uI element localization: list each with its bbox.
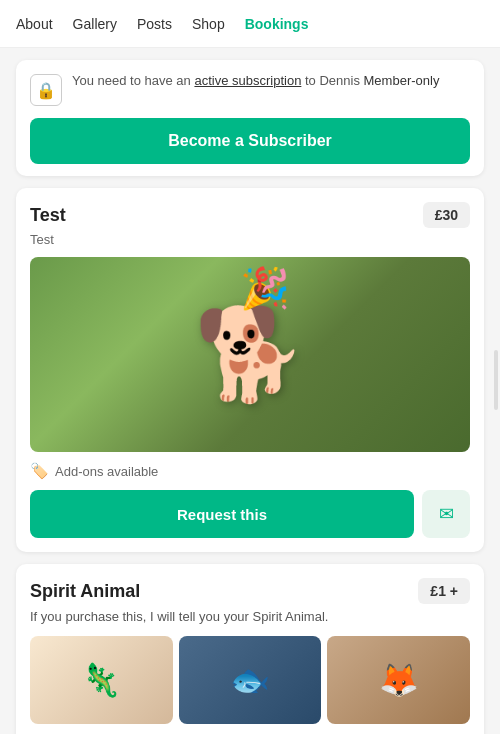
subscription-text: You need to have an active subscription … bbox=[72, 72, 439, 90]
test-card-header: Test £30 bbox=[30, 202, 470, 228]
page-content: 🔒 You need to have an active subscriptio… bbox=[0, 48, 500, 734]
gallery-image-1: 🦎 bbox=[30, 636, 173, 724]
test-card-actions: Request this ✉ bbox=[30, 490, 470, 538]
scrollbar[interactable] bbox=[494, 350, 498, 410]
spirit-animal-header: Spirit Animal £1 + bbox=[30, 578, 470, 604]
nav-posts[interactable]: Posts bbox=[137, 12, 172, 36]
request-this-button[interactable]: Request this bbox=[30, 490, 414, 538]
gallery-image-3: 🦊 bbox=[327, 636, 470, 724]
spirit-animal-price: £1 + bbox=[418, 578, 470, 604]
lock-icon-wrap: 🔒 bbox=[30, 74, 62, 106]
gallery-image-2: 🐟 bbox=[179, 636, 322, 724]
test-booking-card: Test £30 Test 🐕 🎉 🏷️ Add-ons available R… bbox=[16, 188, 484, 552]
test-card-image: 🐕 🎉 bbox=[30, 257, 470, 452]
subscription-notice: 🔒 You need to have an active subscriptio… bbox=[30, 72, 470, 106]
test-card-subtitle: Test bbox=[30, 232, 470, 247]
corgi-emoji: 🐕 bbox=[194, 302, 306, 407]
gallery-img-1-icon: 🦎 bbox=[81, 661, 121, 699]
test-addons-row: 🏷️ Add-ons available bbox=[30, 462, 470, 480]
notice-mid: to Dennis bbox=[301, 73, 363, 88]
member-text: Member-only bbox=[364, 73, 440, 88]
spirit-animal-card: Spirit Animal £1 + If you purchase this,… bbox=[16, 564, 484, 734]
become-subscriber-button[interactable]: Become a Subscriber bbox=[30, 118, 470, 164]
addons-icon: 🏷️ bbox=[30, 462, 49, 480]
spirit-animal-gallery: 🦎 🐟 🦊 bbox=[30, 636, 470, 724]
spirit-animal-title: Spirit Animal bbox=[30, 581, 140, 602]
email-button[interactable]: ✉ bbox=[422, 490, 470, 538]
lock-icon: 🔒 bbox=[36, 81, 56, 100]
spirit-animal-description: If you purchase this, I will tell you yo… bbox=[30, 608, 470, 626]
test-addons-label: Add-ons available bbox=[55, 464, 158, 479]
party-hat-icon: 🎉 bbox=[240, 265, 290, 312]
email-icon: ✉ bbox=[439, 503, 454, 525]
gallery-img-2-icon: 🐟 bbox=[230, 661, 270, 699]
test-card-title: Test bbox=[30, 205, 66, 226]
gallery-img-3-icon: 🦊 bbox=[379, 661, 419, 699]
notice-prefix: You need to have an bbox=[72, 73, 194, 88]
subscription-banner: 🔒 You need to have an active subscriptio… bbox=[16, 60, 484, 176]
notice-link[interactable]: active subscription bbox=[194, 73, 301, 88]
nav-bookings[interactable]: Bookings bbox=[245, 12, 309, 36]
nav-shop[interactable]: Shop bbox=[192, 12, 225, 36]
top-navigation: About Gallery Posts Shop Bookings bbox=[0, 0, 500, 48]
nav-about[interactable]: About bbox=[16, 12, 53, 36]
nav-gallery[interactable]: Gallery bbox=[73, 12, 117, 36]
test-card-price: £30 bbox=[423, 202, 470, 228]
